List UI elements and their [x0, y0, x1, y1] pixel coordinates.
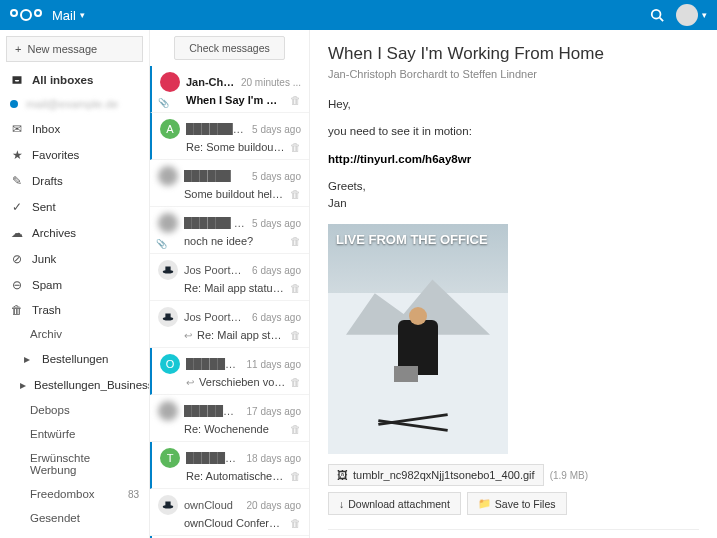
svg-point-0: [652, 10, 661, 19]
delete-message-icon[interactable]: 🗑: [290, 94, 301, 106]
save-to-files-button[interactable]: 📁 Save to Files: [467, 492, 567, 515]
message-subject: Re: Wochenende: [184, 423, 286, 435]
folder-erwunschte-werbung[interactable]: Erwünschte Werbung: [0, 446, 149, 482]
sender-avatar: [158, 401, 178, 421]
folder-all-inboxes[interactable]: All inboxes: [0, 68, 149, 92]
sender-name: Jos Poortvliet: [184, 264, 246, 276]
folder-bestellungen[interactable]: ▸Bestellungen: [0, 346, 149, 372]
sender-name: ██████ ██: [186, 123, 246, 135]
folder-archives[interactable]: ☁Archives: [0, 220, 149, 246]
message-item[interactable]: A██████ ██5 days ago Re: Some buildout h…: [150, 113, 309, 160]
folder-gesendet[interactable]: Gesendet: [0, 506, 149, 530]
folder-freedombox[interactable]: Freedombox83: [0, 482, 149, 506]
embedded-image: LIVE FROM THE OFFICE: [328, 224, 508, 454]
download-attachment-button[interactable]: ↓ Download attachment: [328, 492, 461, 515]
folder-label: Favorites: [32, 149, 79, 161]
folder-drafts[interactable]: ✎Drafts: [0, 168, 149, 194]
logo[interactable]: [10, 9, 42, 21]
svg-rect-3: [165, 267, 170, 272]
message-item[interactable]: O██████████11 days ago↩ Verschieben von …: [150, 348, 309, 395]
delete-message-icon[interactable]: 🗑: [290, 141, 301, 153]
button-label: Save to Files: [495, 498, 556, 510]
reply-icon: ↩: [184, 330, 192, 341]
trash-icon: 🗑: [10, 304, 24, 316]
sender-avatar: [160, 72, 180, 92]
folder-label: Erwünschte Werbung: [30, 452, 139, 476]
mail-icon: ✉: [10, 122, 24, 136]
user-menu-chevron-icon[interactable]: ▾: [702, 10, 707, 20]
app-dropdown-icon[interactable]: ▾: [80, 10, 85, 20]
folder-trash[interactable]: 🗑Trash: [0, 298, 149, 322]
delete-message-icon[interactable]: 🗑: [290, 423, 301, 435]
sender-name: Jan-Christoph Bor...: [186, 76, 235, 88]
message-date: 6 days ago: [252, 312, 301, 323]
body-signature: Jan: [328, 197, 347, 209]
message-date: 20 minutes ...: [241, 77, 301, 88]
message-item[interactable]: Jan-Christoph Bor...20 minutes ... When …: [150, 66, 309, 113]
svg-rect-5: [165, 314, 170, 319]
folder-label: Entwürfe: [30, 428, 75, 440]
folder-label: Bestellungen: [42, 353, 109, 365]
folder-archiv[interactable]: Archiv: [0, 322, 149, 346]
message-item[interactable]: ██████5 days ago Some buildout helpers🗑: [150, 160, 309, 207]
svg-rect-7: [165, 502, 170, 507]
delete-message-icon[interactable]: 🗑: [290, 282, 301, 294]
folder-spam[interactable]: ⊖Spam: [0, 272, 149, 298]
folder-inbox[interactable]: ✉Inbox: [0, 116, 149, 142]
sender-avatar: O: [160, 354, 180, 374]
archive-icon: ☁: [10, 226, 24, 240]
sender-name: ██████ ██████: [184, 217, 246, 229]
attachment-chip[interactable]: 🖼 tumblr_nc982qxNjj1tsonebo1_400.gif: [328, 464, 544, 486]
new-message-button[interactable]: + New message: [6, 36, 143, 62]
delete-message-icon[interactable]: 🗑: [290, 188, 301, 200]
folder-sent[interactable]: ✓Sent: [0, 194, 149, 220]
expand-icon: ▸: [20, 352, 34, 366]
junk-icon: ⊘: [10, 252, 24, 266]
delete-message-icon[interactable]: 🗑: [290, 376, 301, 388]
folder-favorites[interactable]: ★Favorites: [0, 142, 149, 168]
message-item[interactable]: ownCloud20 days ago ownCloud Conference …: [150, 489, 309, 536]
sender-name: Jos Poortvliet: [184, 311, 246, 323]
message-item[interactable]: ██████ ██████5 days ago noch ne idee?🗑📎: [150, 207, 309, 254]
message-item[interactable]: Jos Poortvliet6 days ago↩ Re: Mail app s…: [150, 301, 309, 348]
sender-name: ownCloud: [184, 499, 241, 511]
message-item[interactable]: ████████17 days ago Re: Wochenende🗑: [150, 395, 309, 442]
sender-name: ██████: [184, 170, 246, 182]
sender-avatar: [158, 213, 178, 233]
delete-message-icon[interactable]: 🗑: [290, 329, 301, 341]
delete-message-icon[interactable]: 🗑: [290, 517, 301, 529]
body-link[interactable]: http://tinyurl.com/h6ay8wr: [328, 153, 471, 165]
message-subject: ownCloud Conference Surv...: [184, 517, 286, 529]
folder-label: Sent: [32, 201, 56, 213]
message-item[interactable]: Jos Poortvliet6 days ago Re: Mail app st…: [150, 254, 309, 301]
folder-junk[interactable]: ⊘Junk: [0, 246, 149, 272]
sender-name: ██████████: [186, 358, 241, 370]
sidebar: + New message All inboxes mail@example.d…: [0, 30, 150, 538]
delete-message-icon[interactable]: 🗑: [290, 235, 301, 247]
check-messages-button[interactable]: Check messages: [174, 36, 285, 60]
sender-avatar: A: [160, 119, 180, 139]
account-row[interactable]: mail@example.de: [0, 92, 149, 116]
reply-area[interactable]: to "Jan-Christoph Borchardt" <██████████…: [328, 529, 699, 538]
app-name[interactable]: Mail: [52, 8, 76, 23]
main-area: + New message All inboxes mail@example.d…: [0, 30, 717, 538]
attachment-name: tumblr_nc982qxNjj1tsonebo1_400.gif: [353, 469, 535, 481]
folder-debops[interactable]: Debops: [0, 398, 149, 422]
inbox-icon: [10, 74, 24, 86]
delete-message-icon[interactable]: 🗑: [290, 470, 301, 482]
folder-label: All inboxes: [32, 74, 93, 86]
folder-label: Trash: [32, 304, 61, 316]
sender-avatar: [158, 307, 178, 327]
search-icon[interactable]: [650, 8, 664, 22]
user-avatar[interactable]: [676, 4, 698, 26]
mail-body: Hey, you need to see it in motion: http:…: [328, 96, 699, 212]
folder-label: Archives: [32, 227, 76, 239]
mail-meta: Jan-Christoph Borchardt to Steffen Lindn…: [328, 68, 699, 80]
folder-bestellungen-business[interactable]: ▸Bestellungen_Business: [0, 372, 149, 398]
folder-entwurfe[interactable]: Entwürfe: [0, 422, 149, 446]
message-item[interactable]: T████████ ██████18 days ago Re: Automati…: [150, 442, 309, 489]
folder-label: Archiv: [30, 328, 62, 340]
sender-avatar: [158, 260, 178, 280]
expand-icon: ▸: [20, 378, 26, 392]
spam-icon: ⊖: [10, 278, 24, 292]
